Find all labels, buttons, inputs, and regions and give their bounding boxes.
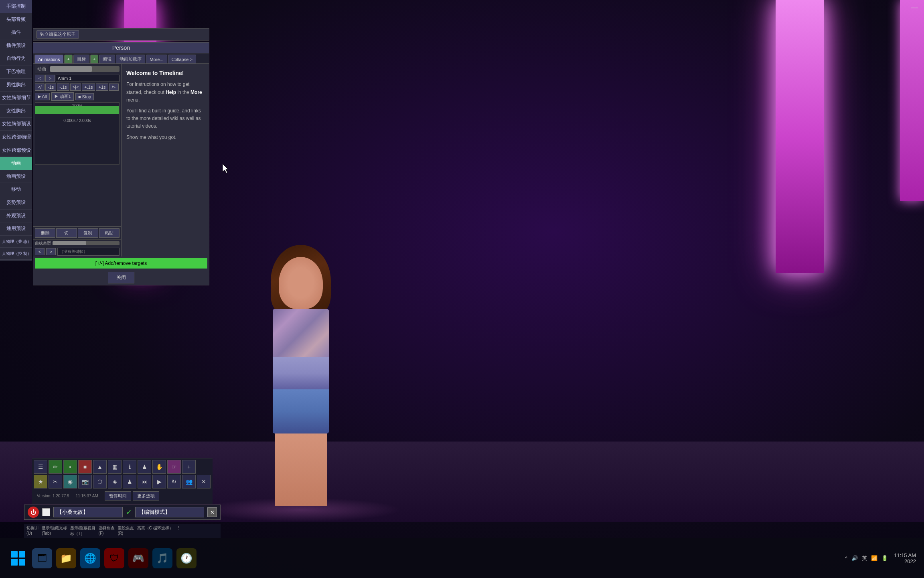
sidebar-item-female-chest-detail[interactable]: 女性胸部细节 [0,92,32,105]
tool-star[interactable]: ★ [34,475,47,488]
tab-target[interactable]: 目标 [73,55,89,63]
status-check-icon[interactable]: ✓ [126,508,132,517]
sidebar-item-move[interactable]: 移动 [0,183,32,196]
taskbar-app-files[interactable]: 📁 [56,548,76,568]
tool-person3[interactable]: 👥 [182,475,196,488]
nav-prev-button[interactable]: < [35,75,45,82]
sidebar-item-animation[interactable]: 动画 [0,157,32,170]
tool-info[interactable]: ℹ [123,460,136,474]
start-button[interactable] [8,548,28,568]
tool-x[interactable]: ✕ [197,475,211,488]
sidebar-item-female-chest-preset[interactable]: 女性胸部预设 [0,118,32,131]
tool-scissors[interactable]: ✂ [49,475,62,488]
keyframe-next[interactable]: > [46,248,56,255]
tray-wifi[interactable]: 📶 [871,555,877,561]
sidebar-item-hand-control[interactable]: 手部控制 [0,0,32,13]
power-button[interactable]: ⏻ [28,507,39,518]
paste-button[interactable]: 粘贴 [99,228,120,238]
tray-volume[interactable]: 🔊 [851,555,858,561]
tool-hex[interactable]: ⬡ [93,475,107,488]
nav-center[interactable]: >|< [70,83,81,91]
nav-plus-01s[interactable]: +.1s [82,83,95,91]
tab-collapse[interactable]: Collapse > [168,55,196,63]
add-remove-targets-button[interactable]: [+/-] Add/remove targets [35,258,207,269]
tool-refresh[interactable]: ↻ [167,475,181,488]
taskbar-app-clock[interactable]: 🕐 [176,548,197,568]
tab-plus-1[interactable]: + [64,55,72,63]
sidebar-item-female-crotch-preset[interactable]: 女性跨部预设 [0,144,32,157]
delete-button[interactable]: 删除 [35,228,55,238]
close-dialog-button[interactable]: 关闭 [108,272,134,283]
shortcut-show-target[interactable]: 显示/隐藏视目标（T） [70,525,95,537]
taskbar-app-game[interactable]: 🎮 [128,548,148,568]
status-checkbox[interactable] [42,508,50,516]
taskbar-app-antivirus[interactable]: 🛡 [104,548,124,568]
minimize-button[interactable]: — [911,3,918,12]
taskbar-app-music[interactable]: 🎵 [152,548,172,568]
tool-person[interactable]: ♟ [138,460,151,474]
nav-minus-1s[interactable]: -1s [45,83,56,91]
more-options-button[interactable]: 更多选项 [133,491,159,501]
sidebar-item-female-chest[interactable]: 女性胸部 [0,105,32,118]
tool-block[interactable]: ▦ [108,460,122,474]
sidebar-item-pose-preset[interactable]: 姿势预设 [0,196,32,210]
tool-rewind[interactable]: ⏮ [138,475,151,488]
play-anim-button[interactable]: ▶ 动画1 [51,92,74,101]
tool-edit[interactable]: ✏ [49,460,62,474]
sidebar-item-head-audio[interactable]: 头部音频 [0,13,32,26]
tool-stop[interactable]: ■ [78,460,92,474]
tool-up[interactable]: ▲ [93,460,107,474]
tab-anim-load[interactable]: 动画加载序 [116,55,145,63]
tray-battery[interactable]: 🔋 [881,555,888,561]
nav-frame-end[interactable]: /> [109,83,119,91]
tool-camera[interactable]: 📷 [78,475,92,488]
keyframe-prev[interactable]: < [35,248,45,255]
anim-progress-slider[interactable] [50,66,120,72]
tool-add[interactable]: + [182,460,196,474]
tool-diamond[interactable]: ◈ [108,475,122,488]
status-close-button[interactable]: ✕ [207,507,217,517]
sidebar-item-plugins[interactable]: 插件 [0,26,32,39]
shortcut-toggle-ui[interactable]: 切换UI(U) [26,525,38,537]
nav-frame-start[interactable]: </ [35,83,45,91]
tray-ime[interactable]: 英 [862,555,867,562]
taskbar-app-explorer[interactable]: 🗔 [32,548,52,568]
shortcut-highlight[interactable]: 高亮（C 循环选择） [137,525,173,537]
anim-name-input[interactable] [56,75,120,82]
cut-button[interactable]: 切 [56,228,77,238]
sidebar-item-auto-behavior[interactable]: 自动行为 [0,52,32,65]
tool-hand[interactable]: ✋ [152,460,166,474]
tab-animations[interactable]: Animations [34,55,63,63]
nav-minus-01s[interactable]: -.1s [57,83,69,91]
stop-button[interactable]: ■ Stop [75,93,94,100]
tool-box[interactable]: ▪ [63,460,77,474]
tab-edit[interactable]: 编辑 [99,55,115,63]
sidebar-item-animation-preset[interactable]: 动画预设 [0,170,32,183]
tab-more[interactable]: More... [146,55,167,63]
sidebar-item-physics-off[interactable]: 人物理（关 态） [0,236,32,248]
tool-play[interactable]: ▶ [152,475,166,488]
sidebar-item-plugin-presets[interactable]: 插件预设 [0,39,32,53]
shortcut-select-focus[interactable]: 选择焦点(F) [99,525,115,537]
curve-type-slider[interactable] [53,241,120,245]
pause-time-button[interactable]: 暂停时间 [105,491,131,501]
copy-button[interactable]: 复制 [78,228,98,238]
tab-plus-2[interactable]: + [90,55,98,63]
taskbar-app-browser[interactable]: 🌐 [80,548,100,568]
tray-chevron[interactable]: ^ [845,555,847,561]
play-all-button[interactable]: ▶ All [35,93,50,100]
edit-atom-button[interactable]: 独立编辑这个原子 [36,30,79,39]
sidebar-item-male-chest[interactable]: 男性胸部 [0,79,32,92]
sidebar-item-female-crotch-physics[interactable]: 女性跨部物理 [0,131,32,144]
shortcut-show-cursor[interactable]: 显示/隐藏光标(Tab) [42,525,67,537]
nav-next-button[interactable]: > [45,75,55,82]
sidebar-item-jaw-physics[interactable]: 下巴物理 [0,65,32,79]
tool-person2[interactable]: ♟ [123,475,136,488]
tool-menu[interactable]: ☰ [34,460,47,474]
sidebar-item-general-preset[interactable]: 通用预设 [0,222,32,236]
tool-pointer[interactable]: ☞ [167,460,181,474]
tool-circle[interactable]: ◉ [63,475,77,488]
nav-plus-1s[interactable]: +1s [96,83,108,91]
sidebar-item-appearance-preset[interactable]: 外观预设 [0,210,32,223]
sidebar-item-physics-control[interactable]: 人物理（控 制） [0,248,32,260]
